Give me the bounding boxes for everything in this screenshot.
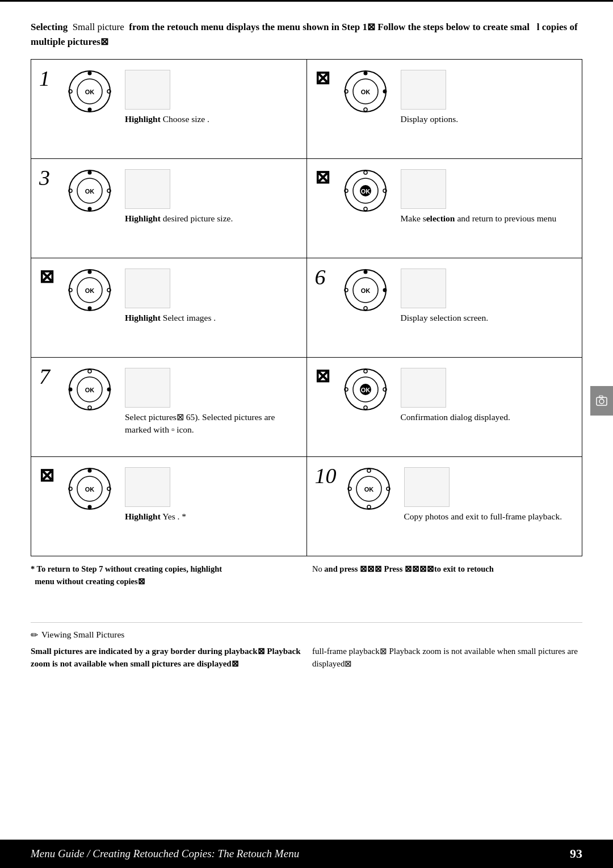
step-8-desc: Confirmation dialog displayed. [401, 366, 572, 423]
step-1-cell: 1 OK [31, 60, 307, 159]
svg-text:OK: OK [360, 89, 370, 95]
step-9-diagram: OK [63, 465, 117, 513]
step-10-cell: 10 OK [307, 457, 583, 556]
step-6-desc-text: Display selection screen. [401, 313, 489, 322]
step-7-screen [125, 368, 170, 408]
step-5-desc: Highlight Select images . [125, 266, 296, 324]
pencil-icon: ✏ [31, 630, 38, 640]
svg-text:OK: OK [360, 287, 370, 294]
footer-notes: * To return to Step 7 without creating c… [31, 556, 582, 593]
step-5-ok-diagram: OK [66, 266, 114, 315]
step-3-desc: Highlight desired picture size. [125, 167, 296, 225]
step-9-ok-diagram: OK [66, 465, 114, 513]
step-10-number: 10 [315, 465, 337, 487]
step-1-ok-diagram: OK [66, 68, 114, 116]
step-10-diagram: OK [342, 465, 396, 513]
step-8-screen [401, 368, 446, 408]
step-5-highlight: Highlight [125, 313, 161, 322]
step-6-desc: Display selection screen. [401, 266, 572, 324]
step-3-cell: 3 OK [31, 159, 307, 258]
viewing-title-text: Viewing Small Pictures [41, 630, 124, 640]
step-9-number: ⊠ [39, 465, 57, 484]
step-5-inner: OK Highlight Select images . [63, 266, 296, 324]
step-6-ok-diagram: OK [342, 266, 390, 315]
svg-point-11 [364, 108, 367, 111]
step-4-bold: election [426, 213, 455, 223]
step-1-highlight: Highlight [125, 114, 161, 124]
bottom-bar: Menu Guide / Creating Retouched Copies: … [0, 840, 613, 868]
step-7-ok-diagram: OK [66, 366, 114, 414]
svg-point-41 [364, 307, 367, 310]
svg-text:OK: OK [85, 486, 95, 493]
step-4-ok-diagram: OK OK [342, 167, 390, 215]
step-3-diagram: OK [63, 167, 117, 215]
asterisk-note: * To return to Step 7 without creating c… [31, 563, 301, 588]
step-3-screen [125, 169, 170, 209]
svg-point-24 [364, 171, 367, 174]
step-3-number: 3 [39, 167, 57, 188]
step-2-desc: Display options. [401, 68, 572, 125]
svg-point-43 [383, 288, 387, 292]
step-7-desc-text: Select pictures⊠ 65). Selected pictures … [125, 412, 275, 434]
step-5-diagram: OK [63, 266, 117, 315]
step-8-inner: OK OK Confirmation dial [339, 366, 572, 423]
svg-point-34 [88, 307, 92, 311]
footer-right-text: No and press ⊠⊠⊠ Press ⊠⊠⊠⊠to exit to re… [312, 564, 494, 573]
footer-note-row: * To return to Step 7 without creating c… [31, 562, 582, 588]
bottom-bar-page: 93 [570, 846, 582, 861]
viewing-body-right-text: full-frame playback⊠ Playback zoom is no… [312, 647, 578, 669]
step-2-desc-text: Display options. [401, 114, 459, 124]
step-4-screen [401, 169, 446, 209]
svg-point-3 [88, 72, 92, 76]
steps-grid: 1 OK [31, 59, 582, 556]
asterisk-bold: * To return to Step 7 without creating c… [31, 564, 222, 573]
step-6-cell: 6 OK [307, 258, 583, 358]
step-8-diagram: OK OK [339, 366, 393, 414]
step-9-screen [125, 467, 170, 507]
svg-text:OK: OK [85, 387, 95, 393]
viewing-body-left: Small pictures are indicated by a gray b… [31, 645, 301, 670]
step-3-inner: OK Highlight desired picture size. [63, 167, 296, 225]
step-5-screen [125, 269, 170, 308]
svg-text:OK: OK [85, 89, 95, 95]
svg-text:OK: OK [360, 188, 370, 195]
viewing-section: ✏ Viewing Small Pictures Small pictures … [31, 622, 582, 676]
step-4-desc: Make selection and return to previous me… [401, 167, 572, 225]
step-1-desc-rest: Choose size . [161, 114, 209, 124]
step-2-ok-diagram: OK [342, 68, 390, 116]
step-9-highlight: Highlight [125, 511, 161, 521]
step-4-inner: OK OK Ma [339, 167, 572, 225]
step-6-screen [401, 269, 446, 308]
svg-point-71 [367, 505, 371, 509]
intro-small-picture: Small picture [70, 22, 127, 32]
intro-selecting: Selecting [31, 22, 68, 32]
svg-point-64 [88, 505, 92, 509]
step-1-inner: OK [63, 68, 296, 125]
svg-text:OK: OK [85, 287, 95, 294]
svg-rect-74 [597, 397, 607, 405]
svg-point-18 [88, 207, 92, 211]
intro-paragraph: Selecting Small picture from the retouch… [31, 20, 582, 49]
main-content: Selecting Small picture from the retouch… [0, 2, 613, 676]
svg-point-25 [364, 207, 367, 211]
step-4-number: ⊠ [315, 167, 333, 186]
viewing-body-left-text: Small pictures are indicated by a gray b… [31, 647, 301, 669]
step-8-desc-text: Confirmation dialog displayed. [401, 412, 510, 422]
step-8-ok-diagram: OK OK [342, 366, 390, 414]
step-1-desc: Highlight Choose size . [125, 68, 296, 125]
step-7-desc: Select pictures⊠ 65). Selected pictures … [125, 366, 296, 437]
svg-text:OK: OK [360, 387, 370, 393]
asterisk-line2: menu without creating copies⊠ [31, 577, 145, 586]
step-9-desc: Highlight Yes . * [125, 465, 296, 523]
step-10-ok-diagram: OK [345, 465, 393, 513]
step-3-ok-diagram: OK [66, 167, 114, 215]
step-8-number: ⊠ [315, 366, 333, 385]
svg-point-63 [88, 469, 92, 473]
viewing-body: Small pictures are indicated by a gray b… [31, 645, 582, 670]
step-2-cell: ⊠ OK [307, 60, 583, 159]
step-2-screen [401, 70, 446, 110]
footer-note-right: No and press ⊠⊠⊠ Press ⊠⊠⊠⊠to exit to re… [312, 563, 582, 588]
step-4-cell: ⊠ OK OK [307, 159, 583, 258]
svg-point-17 [88, 171, 92, 175]
step-7-number: 7 [39, 366, 57, 387]
